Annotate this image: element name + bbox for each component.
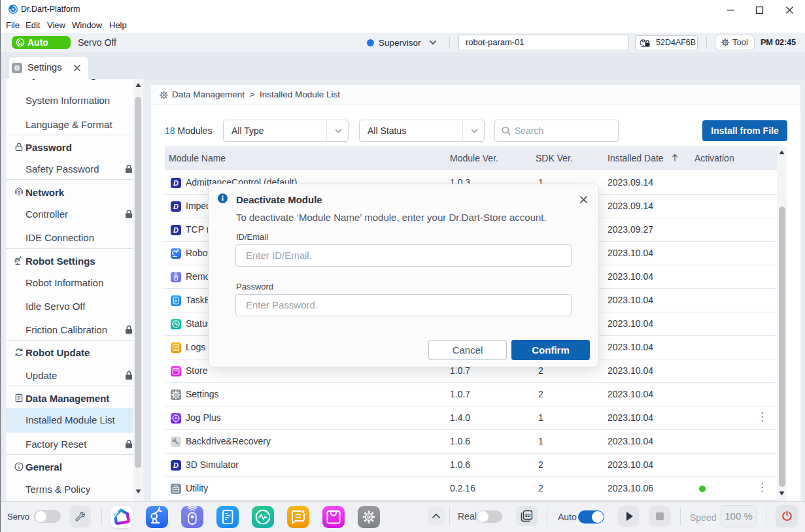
svg-text:D: D: [173, 179, 179, 187]
svg-text:D: D: [173, 203, 179, 210]
svg-text:3D: 3D: [525, 513, 531, 518]
svg-text:D: D: [173, 226, 179, 234]
svg-text:D: D: [173, 461, 179, 469]
